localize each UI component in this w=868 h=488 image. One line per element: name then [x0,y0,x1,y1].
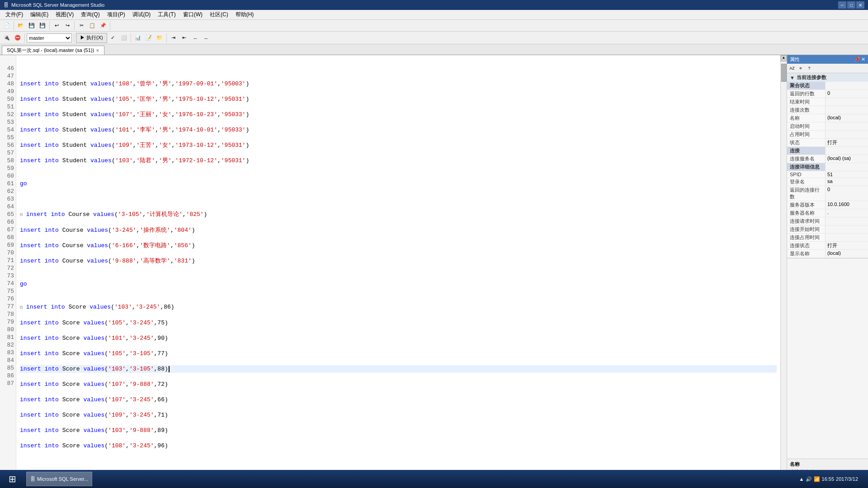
props-row-usedtime: 占用时间 [787,131,868,139]
props-val-returnconnrows: 0 [826,186,868,201]
code-line-71: insert into Score values('107','3-245',6… [20,396,777,404]
code-line-58: ⊟ insert into Course values('3-105','计算机… [20,211,777,219]
props-sort-alpha-button[interactable]: AZ [788,65,796,72]
props-pin-icon[interactable]: 📌 [854,56,860,62]
uncomment-button[interactable]: -- [201,33,211,43]
editor-tab[interactable]: SQL第一次.sql - (local).master (sa (51)) ✕ [2,46,104,55]
code-line-59: insert into Course values('3-245','操作系统'… [20,226,777,234]
indent-button[interactable]: ⇥ [169,33,179,43]
menu-edit[interactable]: 编辑(E) [27,10,52,19]
line-numbers: 46 47 48 49 50 51 52 53 54 55 56 57 58 5… [0,55,16,477]
props-key-servername: 服务器名称 [787,209,826,217]
menu-window[interactable]: 窗口(W) [179,10,206,19]
copy-button[interactable]: 📋 [87,21,97,31]
scroll-thumb[interactable] [781,64,787,82]
maximize-button[interactable]: □ [847,1,855,9]
redo-button[interactable]: ↪ [62,21,72,31]
vertical-scrollbar[interactable]: ▲ ▼ [780,55,787,477]
props-sort-category-button[interactable]: ≡ [797,65,805,72]
props-row-conncount: 连接次数 [787,106,868,114]
start-button[interactable]: ⊞ [0,470,24,488]
props-row-spid: SPID 51 [787,171,868,178]
save-button[interactable]: 💾 [27,21,37,31]
code-line-63: go [20,280,777,288]
props-val-servername: . [826,209,868,217]
results-button[interactable]: 📊 [133,33,143,43]
props-val-conncount [826,106,868,114]
props-subsection-aggregate-label: 聚合状态 [787,82,826,89]
scroll-track[interactable] [781,61,787,471]
props-row-connservername: 连接服务名 (local) (sa) [787,155,868,163]
menu-community[interactable]: 社区(C) [206,10,232,19]
props-key-displayname: 显示名称 [787,250,826,258]
menu-help[interactable]: 帮助(H) [232,10,258,19]
title-bar: 🗄 Microsoft SQL Server Management Studio… [0,0,868,10]
props-val-returnrows: 0 [826,90,868,98]
connect-button[interactable]: 🔌 [2,33,12,43]
props-key-starttime: 启动时间 [787,122,826,130]
props-val-connreqtime [826,217,868,225]
taskbar-item-ssms[interactable]: 🗄 Microsoft SQL Server... [26,472,92,486]
paste-button[interactable]: 📌 [98,21,108,31]
main-area: 46 47 48 49 50 51 52 53 54 55 56 57 58 5… [0,55,868,477]
comment-button[interactable]: -- [190,33,200,43]
menu-debug[interactable]: 调试(D) [129,10,155,19]
code-text[interactable]: insert into Student values('108','曾华','男… [16,55,780,477]
props-subsection-aggregate: 聚合状态 [787,82,868,90]
props-section-header: ▼ 当前连接参数 [787,73,868,82]
props-val-connstarttime [826,225,868,233]
menu-query[interactable]: 查询(Q) [77,10,103,19]
props-val-status: 打开 [826,139,868,146]
code-line-72: insert into Score values('109','3-245',7… [20,411,777,419]
outdent-button[interactable]: ⇤ [179,33,189,43]
minimize-button[interactable]: ─ [838,1,846,9]
disconnect-button[interactable]: ⛔ [13,33,23,43]
props-section-expand-icon[interactable]: ▼ [790,75,795,80]
props-row-login: 登录名 sa [787,178,868,186]
props-subsection-conndetail: 连接详细信息 [787,163,868,171]
cut-button[interactable]: ✂ [76,21,86,31]
props-key-connservername: 连接服务名 [787,155,826,163]
properties-title: 属性 [790,56,800,63]
menu-view[interactable]: 视图(V) [52,10,77,19]
menu-file[interactable]: 文件(F) [2,10,27,19]
properties-header: 属性 📌 ✕ [787,55,868,64]
code-line-55: go [20,180,777,188]
results-text-button[interactable]: 📝 [144,33,154,43]
open-button[interactable]: 📂 [16,21,26,31]
props-val-spid: 51 [826,171,868,178]
code-line-52: insert into Student values('109','王苦','女… [20,141,777,149]
tray-expand-icon[interactable]: ▲ [799,476,804,482]
code-line-66: insert into Score values('105','3-245',7… [20,319,777,327]
code-line-69: insert into Score values('103','3-105',8… [20,365,777,373]
close-button[interactable]: ✕ [856,1,864,9]
props-row-starttime: 启动时间 [787,122,868,131]
toolbar-icons-left: 🔌 ⛔ [2,33,23,43]
tray-icons: 🔊 📶 [806,476,820,482]
props-val-endtime [826,98,868,106]
tab-close-icon[interactable]: ✕ [96,48,99,53]
results-file-button[interactable]: 📁 [155,33,165,43]
code-editor[interactable]: 46 47 48 49 50 51 52 53 54 55 56 57 58 5… [0,55,787,477]
system-tray: ▲ 🔊 📶 16:55 2017/3/12 [796,476,868,482]
menu-project[interactable]: 项目(P) [104,10,129,19]
taskbar-items: 🗄 Microsoft SQL Server... [24,472,796,486]
tray-date: 2017/3/12 [836,476,858,482]
database-selector[interactable]: master [27,33,72,42]
toolbar-main: 📄 📂 💾 💾 ↩ ↪ ✂ 📋 📌 [0,20,868,32]
execute-button[interactable]: ▶ 执行(X) [76,33,107,43]
props-val-connstatus: 打开 [826,242,868,249]
new-query-button[interactable]: 📄 [2,21,12,31]
props-name-label: 名称 [790,461,865,468]
properties-panel: 属性 📌 ✕ AZ ≡ ? ▼ 当前连接参数 聚合状态 返回的行数 0 [787,55,868,477]
props-description-button[interactable]: ? [805,65,813,72]
scroll-up-button[interactable]: ▲ [781,55,787,61]
props-close-icon[interactable]: ✕ [861,56,865,62]
undo-button[interactable]: ↩ [52,21,61,31]
app-title: Microsoft SQL Server Management Studio [11,2,104,8]
properties-header-buttons: 📌 ✕ [854,56,865,62]
menu-tools[interactable]: 工具(T) [154,10,179,19]
save-all-button[interactable]: 💾 [38,21,47,31]
parse-button[interactable]: ✓ [108,33,118,43]
stop-button[interactable]: ⬜ [119,33,129,43]
